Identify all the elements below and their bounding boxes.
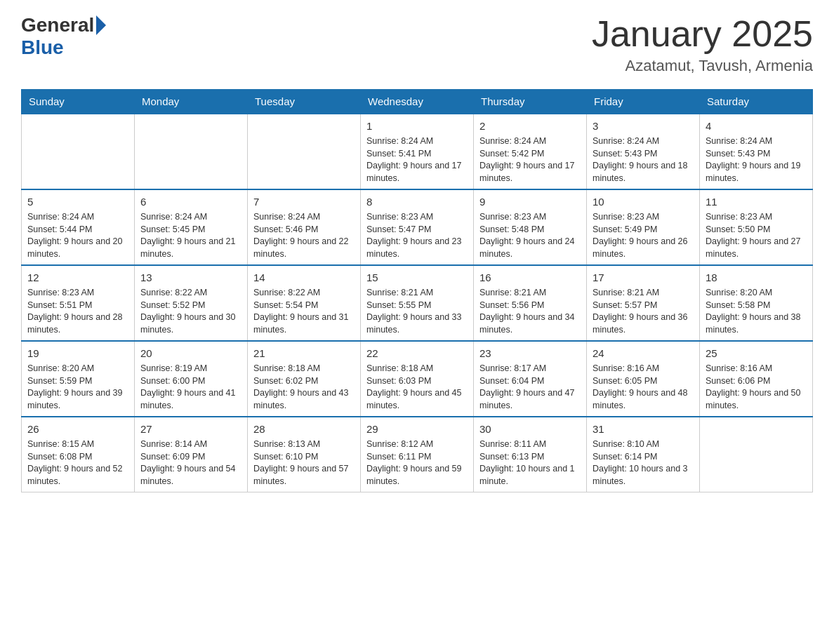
day-number: 27 xyxy=(140,422,241,436)
day-number: 7 xyxy=(253,194,355,209)
sunrise-text: Sunrise: 8:11 AM xyxy=(479,439,546,449)
daylight-text: Daylight: 10 hours and 1 minute. xyxy=(479,464,575,486)
col-header-sunday: Sunday xyxy=(22,90,135,114)
daylight-text: Daylight: 9 hours and 21 minutes. xyxy=(140,236,236,259)
sunrise-text: Sunrise: 8:16 AM xyxy=(593,363,659,373)
sunrise-text: Sunrise: 8:23 AM xyxy=(593,212,659,222)
calendar-cell: 25Sunrise: 8:16 AMSunset: 6:06 PMDayligh… xyxy=(700,341,813,417)
daylight-text: Daylight: 9 hours and 33 minutes. xyxy=(366,312,462,335)
calendar-cell: 16Sunrise: 8:21 AMSunset: 5:56 PMDayligh… xyxy=(474,265,587,341)
sunrise-text: Sunrise: 8:18 AM xyxy=(366,363,433,373)
day-number: 9 xyxy=(479,194,581,209)
col-header-tuesday: Tuesday xyxy=(248,90,361,114)
calendar-cell: 9Sunrise: 8:23 AMSunset: 5:48 PMDaylight… xyxy=(474,189,587,265)
sunrise-text: Sunrise: 8:20 AM xyxy=(27,363,94,373)
day-number: 30 xyxy=(479,422,581,436)
calendar-cell: 4Sunrise: 8:24 AMSunset: 5:43 PMDaylight… xyxy=(700,114,813,189)
calendar-cell: 21Sunrise: 8:18 AMSunset: 6:02 PMDayligh… xyxy=(248,341,361,417)
calendar-cell xyxy=(22,114,135,189)
sunset-text: Sunset: 6:13 PM xyxy=(479,452,544,462)
day-number: 12 xyxy=(27,270,128,285)
day-number: 2 xyxy=(479,119,581,133)
sunset-text: Sunset: 5:47 PM xyxy=(366,224,431,234)
sunset-text: Sunset: 6:09 PM xyxy=(140,452,205,462)
sunset-text: Sunset: 6:04 PM xyxy=(479,376,544,386)
col-header-friday: Friday xyxy=(587,90,700,114)
day-number: 23 xyxy=(479,346,581,361)
daylight-text: Daylight: 9 hours and 18 minutes. xyxy=(593,161,688,183)
calendar-cell: 11Sunrise: 8:23 AMSunset: 5:50 PMDayligh… xyxy=(700,189,813,265)
col-header-monday: Monday xyxy=(135,90,248,114)
col-header-wednesday: Wednesday xyxy=(361,90,474,114)
sunset-text: Sunset: 6:06 PM xyxy=(706,376,770,386)
day-number: 18 xyxy=(706,270,807,285)
day-number: 21 xyxy=(253,346,355,361)
sunset-text: Sunset: 5:59 PM xyxy=(27,376,92,386)
calendar-cell: 19Sunrise: 8:20 AMSunset: 5:59 PMDayligh… xyxy=(22,341,135,417)
daylight-text: Daylight: 9 hours and 36 minutes. xyxy=(593,312,688,335)
daylight-text: Daylight: 9 hours and 17 minutes. xyxy=(479,161,575,183)
day-number: 15 xyxy=(366,270,468,285)
daylight-text: Daylight: 9 hours and 27 minutes. xyxy=(706,236,801,259)
sunrise-text: Sunrise: 8:21 AM xyxy=(366,288,433,297)
sunrise-text: Sunrise: 8:21 AM xyxy=(479,288,546,297)
sunrise-text: Sunrise: 8:21 AM xyxy=(593,288,659,297)
sunset-text: Sunset: 6:03 PM xyxy=(366,376,431,386)
sunset-text: Sunset: 5:43 PM xyxy=(593,149,657,159)
logo: General Blue xyxy=(21,14,107,59)
day-number: 11 xyxy=(706,194,807,209)
sunset-text: Sunset: 5:56 PM xyxy=(479,300,544,310)
daylight-text: Daylight: 9 hours and 23 minutes. xyxy=(366,236,462,259)
sunrise-text: Sunrise: 8:15 AM xyxy=(27,439,94,449)
calendar-cell: 17Sunrise: 8:21 AMSunset: 5:57 PMDayligh… xyxy=(587,265,700,341)
sunrise-text: Sunrise: 8:24 AM xyxy=(140,212,207,222)
sunset-text: Sunset: 5:52 PM xyxy=(140,300,205,310)
day-number: 4 xyxy=(706,119,807,133)
daylight-text: Daylight: 9 hours and 45 minutes. xyxy=(366,388,462,410)
col-header-thursday: Thursday xyxy=(474,90,587,114)
sunrise-text: Sunrise: 8:13 AM xyxy=(253,439,320,449)
sunset-text: Sunset: 6:05 PM xyxy=(593,376,657,386)
logo-arrow-icon xyxy=(96,15,106,35)
day-number: 31 xyxy=(593,422,694,436)
day-number: 13 xyxy=(140,270,241,285)
sunset-text: Sunset: 6:00 PM xyxy=(140,376,205,386)
daylight-text: Daylight: 9 hours and 39 minutes. xyxy=(27,388,123,410)
daylight-text: Daylight: 9 hours and 43 minutes. xyxy=(253,388,349,410)
sunset-text: Sunset: 5:49 PM xyxy=(593,224,657,234)
calendar-week-1: 1Sunrise: 8:24 AMSunset: 5:41 PMDaylight… xyxy=(22,114,813,189)
sunset-text: Sunset: 6:14 PM xyxy=(593,452,657,462)
day-number: 8 xyxy=(366,194,468,209)
calendar-table: SundayMondayTuesdayWednesdayThursdayFrid… xyxy=(21,89,813,492)
sunrise-text: Sunrise: 8:24 AM xyxy=(593,136,659,146)
calendar-cell: 18Sunrise: 8:20 AMSunset: 5:58 PMDayligh… xyxy=(700,265,813,341)
sunrise-text: Sunrise: 8:24 AM xyxy=(27,212,94,222)
daylight-text: Daylight: 9 hours and 41 minutes. xyxy=(140,388,236,410)
daylight-text: Daylight: 9 hours and 30 minutes. xyxy=(140,312,236,335)
sunrise-text: Sunrise: 8:23 AM xyxy=(27,288,94,297)
day-number: 22 xyxy=(366,346,468,361)
calendar-cell: 10Sunrise: 8:23 AMSunset: 5:49 PMDayligh… xyxy=(587,189,700,265)
sunrise-text: Sunrise: 8:23 AM xyxy=(706,212,772,222)
calendar-cell: 24Sunrise: 8:16 AMSunset: 6:05 PMDayligh… xyxy=(587,341,700,417)
calendar-week-4: 19Sunrise: 8:20 AMSunset: 5:59 PMDayligh… xyxy=(22,341,813,417)
day-number: 29 xyxy=(366,422,468,436)
calendar-cell: 29Sunrise: 8:12 AMSunset: 6:11 PMDayligh… xyxy=(361,417,474,492)
day-number: 24 xyxy=(593,346,694,361)
calendar-cell: 20Sunrise: 8:19 AMSunset: 6:00 PMDayligh… xyxy=(135,341,248,417)
day-number: 25 xyxy=(706,346,807,361)
day-number: 14 xyxy=(253,270,355,285)
sunset-text: Sunset: 5:44 PM xyxy=(27,224,92,234)
daylight-text: Daylight: 9 hours and 31 minutes. xyxy=(253,312,349,335)
daylight-text: Daylight: 9 hours and 22 minutes. xyxy=(253,236,349,259)
col-header-saturday: Saturday xyxy=(700,90,813,114)
daylight-text: Daylight: 9 hours and 50 minutes. xyxy=(706,388,801,410)
sunrise-text: Sunrise: 8:12 AM xyxy=(366,439,433,449)
calendar-week-3: 12Sunrise: 8:23 AMSunset: 5:51 PMDayligh… xyxy=(22,265,813,341)
title-block: January 2025 Azatamut, Tavush, Armenia xyxy=(592,14,813,75)
sunset-text: Sunset: 5:48 PM xyxy=(479,224,544,234)
sunset-text: Sunset: 5:50 PM xyxy=(706,224,770,234)
calendar-cell: 28Sunrise: 8:13 AMSunset: 6:10 PMDayligh… xyxy=(248,417,361,492)
daylight-text: Daylight: 9 hours and 19 minutes. xyxy=(706,161,801,183)
sunrise-text: Sunrise: 8:22 AM xyxy=(253,288,320,297)
